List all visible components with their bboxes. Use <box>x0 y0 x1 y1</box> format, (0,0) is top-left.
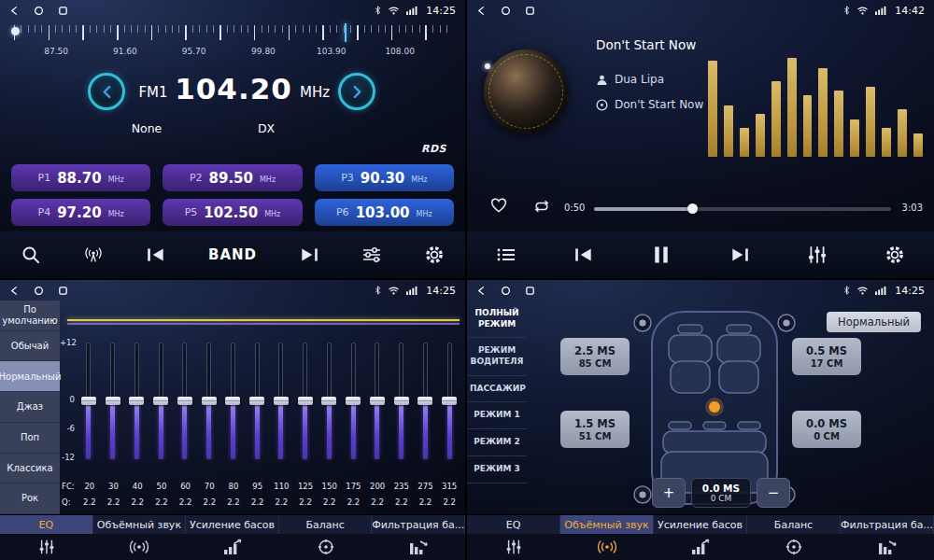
recents-icon[interactable] <box>58 6 68 16</box>
eq-band-slider[interactable] <box>245 343 269 459</box>
preset-p5[interactable]: P5 102.50 MHz <box>163 199 302 226</box>
eq-band-slider[interactable] <box>221 343 246 459</box>
eq-band-slider[interactable] <box>173 343 197 459</box>
tab-bass-boost[interactable]: Усиление басов <box>186 515 279 534</box>
tab-surround[interactable]: Объёмный звук <box>93 515 187 534</box>
slider-knob[interactable] <box>298 397 313 405</box>
eq-band-slider[interactable] <box>365 343 389 459</box>
seek-up-button[interactable] <box>338 73 375 110</box>
eq-band-slider[interactable] <box>389 343 414 459</box>
filter-icon[interactable] <box>841 534 934 560</box>
tab-filter[interactable]: Фильтрация ба... <box>372 515 465 534</box>
mode-2[interactable]: РЕЖИМ 2 <box>467 429 527 456</box>
back-icon[interactable] <box>9 6 20 16</box>
favorite-heart-icon[interactable] <box>489 197 508 214</box>
eq-preset-normal[interactable]: Нормальный <box>0 361 60 392</box>
back-icon[interactable] <box>476 286 487 296</box>
next-icon[interactable] <box>299 245 319 265</box>
home-icon[interactable] <box>501 286 511 296</box>
eq-preset-default[interactable]: По умолчанию <box>0 301 60 331</box>
dx-mode-label[interactable]: DX <box>245 121 288 135</box>
mode-driver[interactable]: РЕЖИМ ВОДИТЕЛЯ <box>467 338 527 375</box>
tab-balance[interactable]: Баланс <box>747 515 841 534</box>
increase-delay-button[interactable]: + <box>652 478 686 508</box>
frequency-scale[interactable]: 87.50 91.60 95.70 99.80 103.90 108.00 <box>14 23 453 70</box>
tab-balance[interactable]: Баланс <box>279 515 373 534</box>
eq-band-slider[interactable] <box>293 343 318 459</box>
mode-1[interactable]: РЕЖИМ 1 <box>467 402 527 429</box>
slider-knob[interactable] <box>177 397 192 405</box>
back-icon[interactable] <box>476 6 487 16</box>
preset-p6[interactable]: P6 103.00 MHz <box>315 199 454 226</box>
home-icon[interactable] <box>34 286 44 296</box>
eq-band-slider[interactable] <box>101 343 125 459</box>
surround-icon[interactable] <box>93 534 187 560</box>
preset-p1[interactable]: P1 88.70 MHz <box>11 164 150 191</box>
tab-surround[interactable]: Объёмный звук <box>560 515 654 534</box>
mode-passenger[interactable]: ПАССАЖИР <box>467 376 527 403</box>
slider-knob[interactable] <box>81 397 96 405</box>
tab-filter[interactable]: Фильтрация ба... <box>841 515 934 534</box>
eq-band-slider[interactable] <box>437 343 461 459</box>
back-icon[interactable] <box>9 286 20 296</box>
recents-icon[interactable] <box>58 286 68 296</box>
profile-button[interactable]: Нормальный <box>827 312 921 332</box>
eq-preset-jazz[interactable]: Джаз <box>0 392 60 423</box>
slider-knob[interactable] <box>153 397 168 405</box>
broadcast-icon[interactable] <box>83 245 104 265</box>
delay-front-left[interactable]: 2.5 MS 85 CM <box>560 338 630 375</box>
slider-knob[interactable] <box>225 397 240 405</box>
scale-knob[interactable] <box>11 27 20 35</box>
previous-icon[interactable] <box>146 245 166 265</box>
eq-band-slider[interactable] <box>125 343 149 459</box>
slider-knob[interactable] <box>106 397 120 405</box>
band-button[interactable]: BAND <box>208 246 257 263</box>
mode-full[interactable]: ПОЛНЫЙ РЕЖИМ <box>467 301 527 338</box>
settings-gear-icon[interactable] <box>424 245 445 265</box>
equalizer-icon[interactable] <box>0 534 93 560</box>
eq-preset-rock[interactable]: Рок <box>0 483 60 514</box>
slider-knob[interactable] <box>321 397 336 405</box>
recents-icon[interactable] <box>525 286 535 296</box>
decrease-delay-button[interactable]: − <box>757 478 790 508</box>
delay-rear-right[interactable]: 0.0 MS 0 CM <box>792 411 861 448</box>
home-icon[interactable] <box>34 6 44 16</box>
slider-knob[interactable] <box>274 397 289 405</box>
slider-knob[interactable] <box>442 397 457 405</box>
progress-knob[interactable] <box>687 203 698 214</box>
eq-band-slider[interactable] <box>269 343 293 459</box>
slider-knob[interactable] <box>370 397 385 405</box>
surround-icon[interactable] <box>560 534 654 560</box>
seek-down-button[interactable] <box>88 73 125 110</box>
tab-eq[interactable]: EQ <box>467 515 560 534</box>
preset-p2[interactable]: P2 89.50 MHz <box>163 164 302 191</box>
equalizer-icon[interactable] <box>467 534 560 560</box>
mode-3[interactable]: РЕЖИМ 3 <box>467 456 527 483</box>
eq-band-slider[interactable] <box>149 343 173 459</box>
previous-track-icon[interactable] <box>573 245 594 265</box>
delay-rear-left[interactable]: 1.5 MS 51 CM <box>560 411 630 448</box>
eq-band-slider[interactable] <box>77 343 101 459</box>
preset-p4[interactable]: P4 97.20 MHz <box>11 199 150 226</box>
repeat-icon[interactable] <box>532 199 551 214</box>
preset-p3[interactable]: P3 90.30 MHz <box>315 164 454 191</box>
slider-knob[interactable] <box>202 397 217 405</box>
tune-sliders-icon[interactable] <box>361 245 382 265</box>
bass-boost-icon[interactable] <box>654 534 747 560</box>
recents-icon[interactable] <box>525 6 535 16</box>
eq-band-slider[interactable] <box>197 343 221 459</box>
tab-eq[interactable]: EQ <box>0 515 93 534</box>
search-icon[interactable] <box>21 245 41 265</box>
eq-preset-pop[interactable]: Поп <box>0 423 60 454</box>
next-track-icon[interactable] <box>729 245 750 265</box>
eq-band-slider[interactable] <box>318 343 342 459</box>
home-icon[interactable] <box>501 6 511 16</box>
eq-preset-classic[interactable]: Классика <box>0 454 60 484</box>
slider-knob[interactable] <box>394 397 409 405</box>
slider-knob[interactable] <box>417 397 432 405</box>
equalizer-icon[interactable] <box>807 245 828 265</box>
slider-knob[interactable] <box>346 397 361 405</box>
settings-gear-icon[interactable] <box>884 245 905 265</box>
pause-icon[interactable] <box>651 245 672 265</box>
playlist-icon[interactable] <box>496 245 517 265</box>
